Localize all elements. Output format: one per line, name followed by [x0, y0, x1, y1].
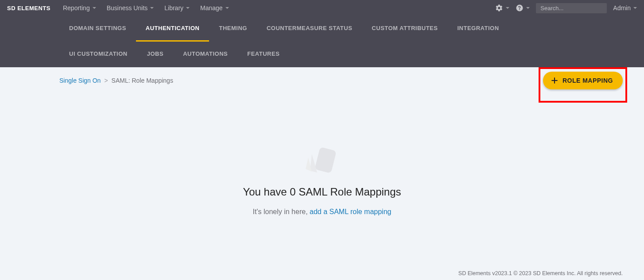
breadcrumb-link-sso[interactable]: Single Sign On [59, 77, 101, 84]
plus-icon [550, 76, 559, 85]
chevron-down-icon [506, 7, 509, 9]
empty-sub-prefix: It's lonely in here, [253, 208, 310, 215]
breadcrumb-separator: > [104, 77, 108, 84]
topbar: SD ELEMENTS Reporting Business Units Lib… [0, 0, 644, 16]
help-icon [516, 4, 524, 12]
subnav-domain-settings[interactable]: DOMAIN SETTINGS [59, 16, 136, 42]
brand-logo: SD ELEMENTS [7, 5, 50, 12]
empty-title: You have 0 SAML Role Mappings [59, 186, 585, 198]
subnav-countermeasure-status[interactable]: COUNTERMEASURE STATUS [257, 16, 362, 42]
add-role-mapping-link[interactable]: add a SAML role mapping [310, 208, 391, 215]
footer: SD Elements v2023.1 © 2023 SD Elements I… [458, 270, 623, 276]
chevron-down-icon [633, 7, 637, 9]
subnav-jobs[interactable]: JOBS [137, 42, 173, 67]
user-label: Admin [613, 4, 631, 12]
topnav-label: Business Units [107, 4, 148, 12]
topnav: Reporting Business Units Library Manage [63, 4, 495, 12]
gear-icon [495, 4, 503, 12]
chevron-down-icon [186, 7, 190, 9]
settings-menu[interactable] [495, 4, 509, 12]
chevron-down-icon [150, 7, 154, 9]
subnav-ui-customization[interactable]: UI CUSTOMIZATION [59, 42, 137, 67]
subnav-custom-attributes[interactable]: CUSTOM ATTRIBUTES [362, 16, 447, 42]
chevron-down-icon [93, 7, 96, 9]
help-menu[interactable] [516, 4, 530, 12]
button-label: ROLE MAPPING [563, 77, 613, 84]
topbar-right: Admin [495, 3, 637, 13]
empty-icon [302, 146, 342, 177]
empty-state: You have 0 SAML Role Mappings It's lonel… [59, 146, 585, 216]
add-role-mapping-button[interactable]: ROLE MAPPING [543, 72, 623, 89]
user-menu[interactable]: Admin [613, 4, 637, 12]
svg-rect-2 [314, 147, 336, 173]
empty-subtitle: It's lonely in here, add a SAML role map… [59, 208, 585, 216]
chevron-down-icon [225, 7, 229, 9]
subnav-automations[interactable]: AUTOMATIONS [173, 42, 237, 67]
topnav-label: Library [164, 4, 183, 12]
content: Single Sign On > SAML: Role Mappings ROL… [0, 67, 644, 216]
chevron-down-icon [526, 7, 530, 9]
breadcrumb: Single Sign On > SAML: Role Mappings [59, 77, 585, 84]
topnav-library[interactable]: Library [164, 4, 190, 12]
topnav-label: Manage [200, 4, 223, 12]
subnav-theming[interactable]: THEMING [209, 16, 256, 42]
topnav-reporting[interactable]: Reporting [63, 4, 96, 12]
breadcrumb-current: SAML: Role Mappings [112, 77, 173, 84]
topnav-manage[interactable]: Manage [200, 4, 229, 12]
subnav-integration[interactable]: INTEGRATION [447, 16, 508, 42]
topnav-business-units[interactable]: Business Units [107, 4, 154, 12]
search-input[interactable] [536, 3, 607, 13]
topnav-label: Reporting [63, 4, 90, 12]
subnav-features[interactable]: FEATURES [237, 42, 289, 67]
subnav: DOMAIN SETTINGS AUTHENTICATION THEMING C… [0, 16, 644, 67]
subnav-authentication[interactable]: AUTHENTICATION [136, 16, 209, 42]
